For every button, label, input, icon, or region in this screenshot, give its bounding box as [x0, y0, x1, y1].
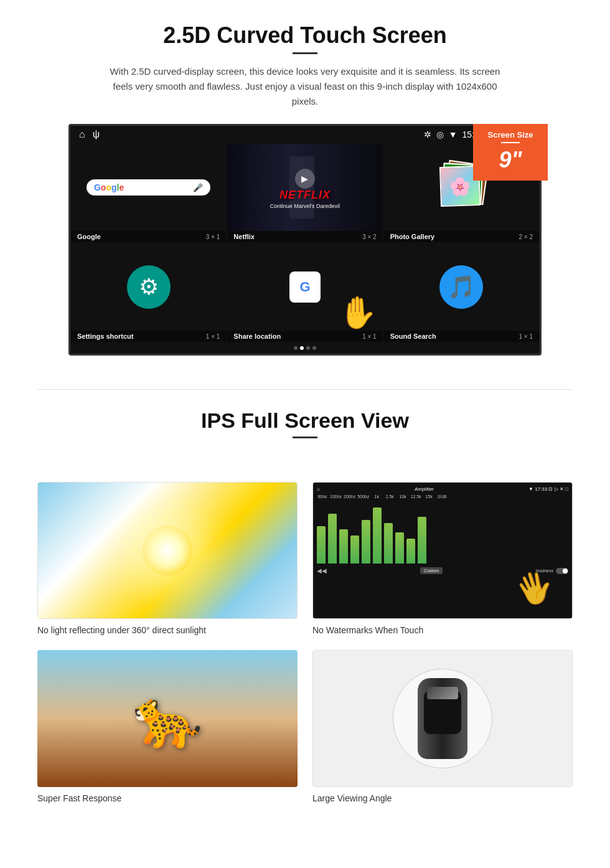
home-icon: ⌂ — [79, 129, 85, 140]
page-dot-4 — [312, 346, 316, 350]
app-tile-sound[interactable]: 🎵 Sound Search 1 × 1 — [383, 243, 540, 342]
title-underline — [293, 52, 317, 54]
feature-sunlight: No light reflecting under 360° direct su… — [37, 482, 298, 635]
amp-status-right: ▼ 17:33 ⊡ ▷ ✕ □ — [528, 486, 568, 492]
amp-home-icon: ⌂ — [317, 486, 320, 492]
amp-equalizer — [317, 501, 568, 564]
app-grid-row2: ⚙ Settings shortcut 1 × 1 G — [70, 243, 540, 342]
settings-app-size: 1 × 1 — [206, 333, 220, 340]
sunlight-visual — [38, 483, 297, 618]
page-dot-1 — [294, 346, 298, 350]
section2-title: IPS Full Screen View — [37, 408, 573, 433]
google-search-bar[interactable]: Google 🎤 — [87, 179, 210, 196]
feature-grid: No light reflecting under 360° direct su… — [0, 467, 610, 828]
maps-label: Share location 1 × 1 — [227, 331, 382, 342]
amp-title: Amplifier — [415, 486, 434, 492]
ips-title-underline — [293, 436, 317, 438]
status-bar: ⌂ ψ ✲ ◎ ▼ 15:06 ⊡ ▷ ✕ □ — [70, 126, 540, 143]
amp-label-6: 2.5k — [384, 494, 395, 499]
app-tile-google[interactable]: Google 🎤 Google 3 × 1 — [70, 143, 227, 243]
car-visual — [313, 651, 572, 786]
app-tile-netflix[interactable]: ▶ NETFLIX Continue Marvel's Daredevil Ne… — [227, 143, 383, 243]
page-dot-3 — [306, 346, 310, 350]
car-image — [312, 650, 573, 787]
eq-bar-10 — [418, 517, 426, 564]
status-bar-left: ⌂ ψ — [79, 129, 100, 140]
badge-divider — [501, 142, 520, 143]
eq-bar-9 — [406, 539, 415, 564]
eq-bar-5 — [362, 520, 370, 564]
amp-label-1: 60hz — [317, 494, 328, 499]
netflix-label: Netflix 3 × 2 — [227, 231, 382, 242]
section1-title: 2.5D Curved Touch Screen — [50, 22, 560, 49]
car-windshield — [427, 687, 458, 699]
maps-tile-content: G 🤚 — [227, 243, 382, 331]
google-app-name: Google — [77, 233, 101, 240]
mic-icon: 🎤 — [193, 183, 203, 192]
cheetah-emoji: 🐆 — [133, 686, 202, 752]
amp-label-7: 10k — [397, 494, 408, 499]
netflix-app-name: Netflix — [233, 233, 255, 240]
location-icon: ◎ — [436, 130, 444, 139]
page-dots — [70, 342, 540, 354]
settings-label: Settings shortcut 1 × 1 — [71, 331, 226, 342]
netflix-tile-inner: ▶ NETFLIX Continue Marvel's Daredevil — [227, 144, 382, 231]
netflix-app-size: 3 × 2 — [362, 234, 377, 240]
sound-icon-container: 🎵 — [439, 265, 483, 309]
app-grid-row1: Google 🎤 Google 3 × 1 — [70, 143, 540, 243]
gallery-app-name: Photo Gallery — [390, 233, 435, 240]
usb-icon: ψ — [93, 129, 100, 140]
sound-app-size: 1 × 1 — [518, 333, 533, 340]
eq-bar-7 — [384, 523, 393, 564]
feature-cheetah: 🐆 Super Fast Response — [37, 650, 298, 803]
maps-app-name: Share location — [233, 333, 281, 340]
amp-label-4: 500hz — [357, 494, 369, 499]
maps-app-size: 1 × 1 — [362, 333, 377, 340]
badge-size: 9" — [499, 147, 522, 172]
app-tile-maps[interactable]: G 🤚 Share location 1 × 1 — [227, 243, 383, 342]
cheetah-caption: Super Fast Response — [37, 793, 298, 803]
cheetah-image: 🐆 — [37, 650, 298, 787]
share-tile-inner: G 🤚 — [227, 243, 382, 331]
toggle-pill — [556, 568, 568, 574]
sound-tile-inner: 🎵 — [384, 243, 539, 331]
touch-screen-section: 2.5D Curved Touch Screen With 2.5D curve… — [0, 0, 610, 370]
maps-icon: G — [289, 271, 321, 303]
music-note-icon: 🎵 — [448, 274, 476, 300]
eq-bar-3 — [339, 529, 348, 564]
toggle-thumb — [563, 568, 568, 573]
badge-label: Screen Size — [478, 130, 543, 139]
amp-label-8: 12.5k — [410, 494, 421, 499]
gallery-app-size: 2 × 2 — [518, 234, 533, 240]
car-circle — [393, 669, 492, 768]
bluetooth-icon: ✲ — [424, 130, 431, 139]
cheetah-visual: 🐆 — [37, 650, 298, 787]
amp-label-2: 100hz — [330, 494, 342, 499]
amp-label-5: 1k — [371, 494, 382, 499]
screen-size-badge: Screen Size 9" — [473, 124, 548, 181]
feature-amplifier: ⌂ Amplifier ▼ 17:33 ⊡ ▷ ✕ □ 60hz 100hz 2… — [312, 482, 573, 635]
amp-label-3: 200hz — [344, 494, 355, 499]
amplifier-visual: ⌂ Amplifier ▼ 17:33 ⊡ ▷ ✕ □ 60hz 100hz 2… — [313, 483, 572, 618]
settings-app-name: Settings shortcut — [77, 333, 133, 340]
car-body — [418, 678, 467, 759]
settings-tile-content: ⚙ — [71, 243, 226, 331]
amp-custom-btn[interactable]: Custom — [420, 567, 443, 574]
sound-label: Sound Search 1 × 1 — [384, 331, 539, 342]
eq-bar-4 — [350, 535, 359, 564]
wifi-icon: ▼ — [449, 130, 458, 139]
sun-glow — [143, 526, 192, 575]
feature-car: Large Viewing Angle — [312, 650, 573, 803]
amp-freq-labels: 60hz 100hz 200hz 500hz 1k 2.5k 10k 12.5k… — [317, 494, 568, 499]
netflix-play-btn[interactable]: ▶ — [295, 169, 315, 189]
car-caption: Large Viewing Angle — [312, 793, 573, 803]
amp-statusbar: ⌂ Amplifier ▼ 17:33 ⊡ ▷ ✕ □ — [317, 486, 568, 492]
eq-bar-1 — [317, 526, 326, 564]
car-top-view — [393, 669, 492, 768]
hand-overlay: 🤚 — [338, 295, 377, 331]
app-tile-settings[interactable]: ⚙ Settings shortcut 1 × 1 — [70, 243, 227, 342]
google-app-size: 3 × 1 — [206, 234, 220, 240]
netflix-tile-content: ▶ NETFLIX Continue Marvel's Daredevil — [227, 144, 382, 231]
gallery-label: Photo Gallery 2 × 2 — [384, 231, 539, 242]
section1-description: With 2.5D curved-display screen, this de… — [100, 64, 510, 109]
